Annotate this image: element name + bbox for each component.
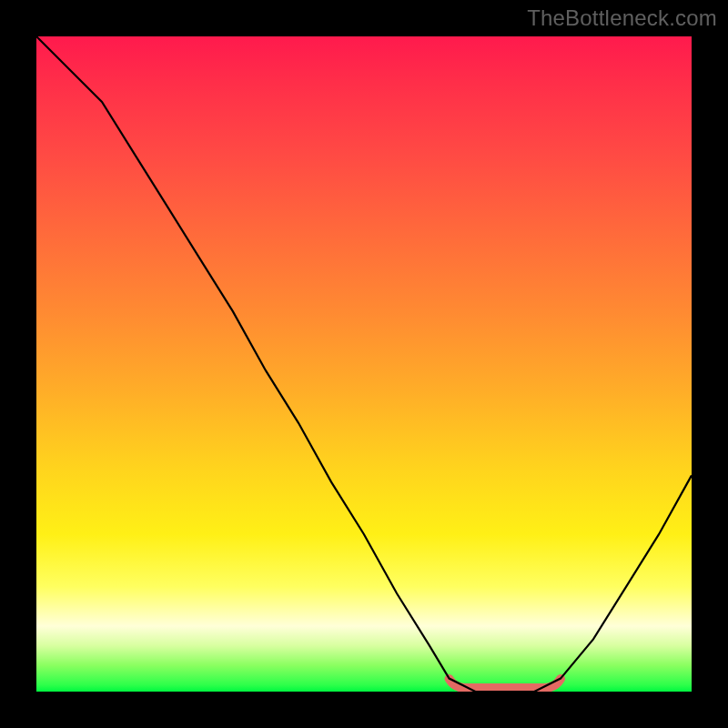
chart-frame: TheBottleneck.com xyxy=(0,0,728,728)
watermark-text: TheBottleneck.com xyxy=(527,5,717,31)
bottleneck-curve xyxy=(36,36,692,692)
curve-svg xyxy=(36,36,692,692)
plot-area xyxy=(36,36,692,692)
